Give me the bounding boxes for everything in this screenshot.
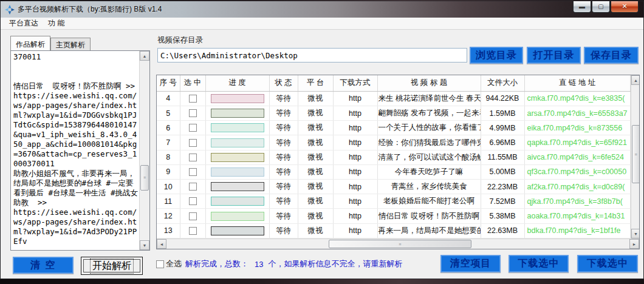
cell-size: 5.38MB <box>481 209 524 223</box>
cell-link[interactable]: af2ka.f70.mp4?dis_k=d0c89( <box>524 180 630 194</box>
header-status[interactable]: 状 态 <box>269 75 298 91</box>
bottom-bar: 全选 解析完成，总数： 13 个，如果解析信息不完全，请重新解析 清空项目 下载… <box>156 253 639 275</box>
row-checkbox[interactable] <box>189 95 197 103</box>
tab-work-parse[interactable]: 作品解析 <box>10 36 50 50</box>
cell-platform: 微视 <box>298 180 333 194</box>
table-row[interactable]: 13 等待 微视 http 再来一局，结局却不是她想要的台 22.63MB bd… <box>157 223 630 238</box>
parse-input-text[interactable]: 370011 情侣日常 哎呀呀！防不胜防啊 >> https://isee.we… <box>11 51 139 250</box>
scroll-thumb[interactable]: ≡ <box>140 165 149 191</box>
scroll-track[interactable]: ≡ <box>140 61 149 240</box>
cell-link[interactable]: cmka.f70.mp4?dis_k=e3835( <box>524 91 630 106</box>
table-hscroll-track[interactable]: ≡ <box>166 239 629 249</box>
header-platform[interactable]: 平 台 <box>298 75 333 91</box>
row-checkbox[interactable] <box>189 124 197 132</box>
table-vscroll-track[interactable]: ≡ <box>631 85 640 229</box>
minimize-button[interactable]: ▬ <box>573 1 591 13</box>
table-vscroll-thumb[interactable]: ≡ <box>632 125 640 183</box>
cell-size: 7.52MB <box>481 194 524 209</box>
header-progress[interactable]: 进 度 <box>205 75 269 91</box>
table-row[interactable]: 4 等待 微视 http 来生 桃花诺演绎前世今生 春天就 944.22KB c… <box>157 91 630 106</box>
select-all-checkbox[interactable] <box>156 260 164 268</box>
cell-size: 4.99MB <box>481 121 524 135</box>
table-row[interactable]: 12 等待 微视 http 情侣日常 哎呀呀！防不胜防啊 5.38MB aoak… <box>157 209 630 223</box>
cell-platform: 微视 <box>298 223 333 238</box>
table-row[interactable]: 5 等待 微视 http 翩舞韶殇 发布了视频，一起来看看 1.59MB ars… <box>157 106 630 120</box>
cell-status: 等待 <box>269 164 298 179</box>
maximize-button[interactable]: ▢ <box>592 1 610 13</box>
save-dir-input[interactable] <box>157 48 467 63</box>
menu-functions[interactable]: 功 能 <box>43 17 69 30</box>
table-scroll-up-button[interactable]: ▲ <box>631 75 640 85</box>
start-parse-button[interactable]: 开始解析 <box>81 257 143 275</box>
download-selected-button-1[interactable]: 下载选中 <box>509 255 569 272</box>
header-title[interactable]: 视 频 标 题 <box>377 75 481 91</box>
menu-platform-direct[interactable]: 平台直达 <box>4 17 43 30</box>
table-row[interactable]: 9 等待 微视 http 今年春天吃笋子了嘛 5.00MB qf3ca.f70.… <box>157 164 630 179</box>
clear-items-button[interactable]: 清空项目 <box>440 255 501 272</box>
scroll-down-button[interactable]: ▼ <box>140 240 149 250</box>
table-row[interactable]: 10 等待 微视 http 青蒿丝，家乡传统美食 22.23MB af2ka.f… <box>157 180 630 194</box>
row-checkbox[interactable] <box>189 227 197 235</box>
header-method[interactable]: 下载方式 <box>333 75 377 91</box>
row-checkbox[interactable] <box>189 168 197 176</box>
table-row[interactable]: 6 等待 微视 http 一个关于人性的故事，你看懂了吗 4.99MB eika… <box>157 121 630 135</box>
row-checkbox[interactable] <box>189 197 197 205</box>
header-selected[interactable]: 选 中 <box>180 75 205 91</box>
cell-link[interactable]: qjka.f70.mp4?dis_k=3f8b7b( <box>524 194 630 209</box>
maximize-icon: ▢ <box>598 3 603 10</box>
cell-link[interactable]: bdka.f70.mp4?dis_k=1bf1fe <box>524 223 630 238</box>
select-all-label[interactable]: 全选 <box>166 259 182 269</box>
header-no[interactable]: 序 号 <box>157 75 180 91</box>
textbox-scrollbar[interactable]: ▲ ≡ ▼ <box>139 51 149 250</box>
client-area: 作品解析 主页解析 370011 情侣日常 哎呀呀！防不胜防啊 >> https… <box>1 30 643 279</box>
grip-icon: ≡ <box>399 242 401 246</box>
cell-platform: 微视 <box>298 194 333 209</box>
progress-bar <box>211 167 264 177</box>
cell-link[interactable]: qapka.f70.mp4?dis_k=65f921 <box>524 135 630 150</box>
row-checkbox[interactable] <box>189 154 197 161</box>
grip-icon: ≡ <box>634 152 637 157</box>
row-checkbox[interactable] <box>189 109 197 117</box>
table-scroll-right-button[interactable]: ► <box>629 239 639 249</box>
open-dir-button[interactable]: 打开目录 <box>527 47 581 64</box>
table-scroll-down-button[interactable]: ▼ <box>631 229 640 238</box>
cell-size: 22.23MB <box>481 180 524 194</box>
progress-bar <box>211 212 264 221</box>
table-scroll-left-button[interactable]: ◄ <box>157 239 166 249</box>
cell-link[interactable]: eika.f70.mp4?dis_k=873556 <box>524 121 630 135</box>
cell-title: 老板娘婚后能不能打老公啊 <box>377 194 481 209</box>
cell-link[interactable]: aoaka.f70.mp4?dis_k=14b31 <box>524 209 630 223</box>
clear-button[interactable]: 清 空 <box>13 257 74 274</box>
browse-dir-button[interactable]: 浏览目录 <box>470 47 523 64</box>
tab-home-parse[interactable]: 主页解析 <box>50 38 91 50</box>
table-horizontal-scrollbar[interactable]: ◄ ≡ ► <box>157 238 639 249</box>
cell-link[interactable]: qf3ca.f70.mp4?dis_k=c00050 <box>524 164 630 179</box>
table-row[interactable]: 8 等待 微视 http 清蒸了，你可以试试这个酸汤鲈鱼 11.55MB aiv… <box>157 150 630 164</box>
arrow-left-icon: ◄ <box>160 242 164 246</box>
cell-title: 青蒿丝，家乡传统美食 <box>377 180 481 194</box>
row-checkbox[interactable] <box>189 212 197 220</box>
table-hscroll-thumb[interactable]: ≡ <box>329 240 471 248</box>
table-row[interactable]: 11 等待 微视 http 老板娘婚后能不能打老公啊 7.52MB qjka.f… <box>157 194 630 209</box>
progress-bar <box>211 153 264 162</box>
row-checkbox[interactable] <box>189 139 197 147</box>
grip-icon: ≡ <box>143 175 146 180</box>
table-row[interactable]: 7 等待 微视 http 经验：你们猜我最后选了哪件穿搭 6.96MB qapk… <box>157 135 630 150</box>
arrow-up-icon: ▲ <box>634 78 638 83</box>
cell-link[interactable]: aivca.f70.mp4?dis_k=6fe524 <box>524 150 630 164</box>
save-dir-label: 视频保存目录 <box>157 35 203 46</box>
scroll-up-button[interactable]: ▲ <box>140 51 149 61</box>
cell-method: http <box>333 164 377 179</box>
status-text-prefix: 解析完成，总数： <box>185 259 248 269</box>
close-button[interactable]: ✕ <box>611 1 639 13</box>
table-vertical-scrollbar[interactable]: ▲ ≡ ▼ <box>631 75 640 238</box>
cell-size: 22.63MB <box>481 223 524 238</box>
header-link[interactable]: 直 链 地 址 <box>524 75 630 91</box>
header-size[interactable]: 文件大小 <box>481 75 524 91</box>
cell-no: 10 <box>157 180 180 194</box>
cell-link[interactable]: arsa.f70.mp4?dis_k=65583a7 <box>524 106 630 120</box>
download-selected-button-2[interactable]: 下载选中 <box>577 255 638 272</box>
minimize-icon: ▬ <box>579 3 585 10</box>
row-checkbox[interactable] <box>189 183 197 191</box>
save-dir-button[interactable]: 保存目录 <box>584 47 639 64</box>
